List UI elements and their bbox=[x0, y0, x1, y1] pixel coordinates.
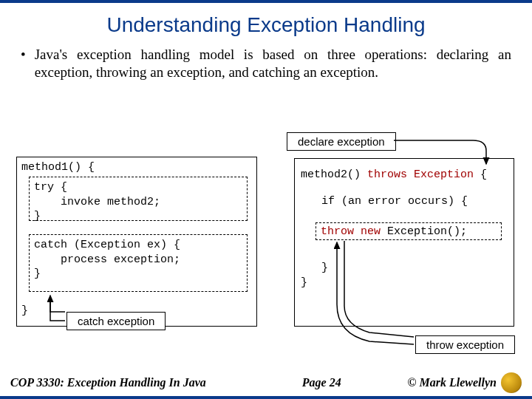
footer: COP 3330: Exception Handling In Java Pag… bbox=[0, 372, 532, 393]
catch-line3: } bbox=[34, 267, 41, 280]
footer-left: COP 3330: Exception Handling In Java bbox=[10, 376, 206, 389]
throws-keyword: throws Exception bbox=[367, 168, 474, 181]
catch-block: catch (Exception ex) { process exception… bbox=[29, 234, 248, 292]
method2-box: method2() throws Exception { if (an erro… bbox=[294, 158, 514, 327]
catch-line2: process exception; bbox=[34, 253, 180, 266]
declare-exception-label: declare exception bbox=[287, 132, 396, 151]
method1-close: } bbox=[21, 304, 28, 318]
bullet-text: Java's exception handling model is based… bbox=[35, 46, 511, 81]
m2-head-a: method2() bbox=[301, 168, 367, 181]
method2-head: method2() throws Exception { bbox=[301, 168, 487, 183]
m2-head-b: { bbox=[474, 168, 487, 181]
try-line1: try { bbox=[34, 181, 67, 194]
try-line3: } bbox=[34, 210, 41, 222]
throw-exception-label: throw exception bbox=[415, 335, 515, 354]
try-line2: invoke method2; bbox=[34, 196, 160, 208]
footer-copyright: © Mark Llewellyn bbox=[408, 376, 497, 389]
bullet-item: • Java's exception handling model is bas… bbox=[21, 46, 511, 81]
m2-close1: } bbox=[321, 261, 328, 276]
bullet-dot: • bbox=[21, 46, 26, 81]
catch-exception-label: catch exception bbox=[66, 312, 166, 330]
method1-box: method1() { try { invoke method2; } catc… bbox=[16, 157, 257, 327]
if-line: if (an error occurs) { bbox=[321, 194, 468, 209]
slide-title: Understanding Exception Handling bbox=[0, 13, 532, 37]
throw-keyword: throw new bbox=[321, 225, 381, 238]
slide: Understanding Exception Handling • Java'… bbox=[0, 0, 532, 399]
logo-icon bbox=[501, 372, 522, 393]
try-block: try { invoke method2; } bbox=[29, 177, 248, 221]
catch-line1: catch (Exception ex) { bbox=[34, 239, 180, 251]
method1-head: method1() { bbox=[21, 160, 95, 175]
footer-page: Page 24 bbox=[236, 376, 408, 389]
throw-block: throw new Exception(); bbox=[316, 222, 502, 240]
footer-right: © Mark Llewellyn bbox=[408, 372, 522, 393]
throw-rest: Exception(); bbox=[381, 225, 467, 238]
m2-close2: } bbox=[301, 276, 307, 290]
